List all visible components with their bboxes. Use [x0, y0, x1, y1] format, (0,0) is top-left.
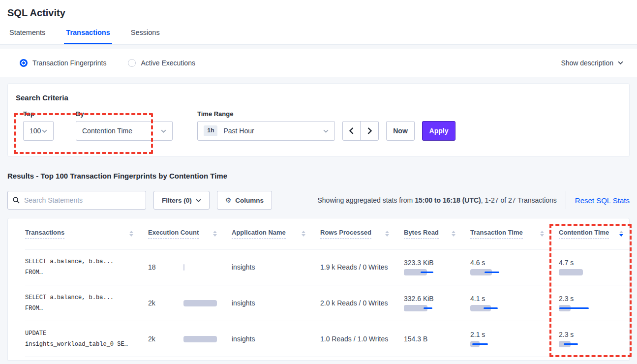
columns-label: Columns	[235, 197, 264, 204]
view-toggle-bar: Transaction Fingerprints Active Executio…	[0, 49, 637, 77]
time-range-value: Past Hour	[223, 127, 254, 135]
radio-transaction-fingerprints[interactable]: Transaction Fingerprints	[20, 59, 106, 67]
column-header-application-name[interactable]: Application Name	[232, 229, 320, 239]
transaction-time-cell: 4.1 s	[470, 295, 559, 311]
sort-icon	[213, 231, 217, 237]
radio-unselected-icon	[128, 59, 136, 67]
radio-selected-icon	[20, 59, 28, 67]
time-range-label: Time Range	[197, 110, 335, 118]
search-statements-input[interactable]	[24, 196, 141, 204]
contention-time-cell: 2.3 s	[559, 331, 629, 347]
rows-processed-cell: 2.0 k Reads / 0 Writes	[320, 299, 404, 307]
search-statements-box	[7, 191, 146, 210]
application-name-cell: insights	[232, 335, 320, 343]
chevron-down-icon	[323, 129, 329, 133]
execution-count-cell: 2k	[148, 299, 232, 307]
rows-processed-cell: 1.0 Reads / 1.0 Writes	[320, 335, 404, 343]
aggregated-stats-note: Showing aggregated stats from 15:00 to 1…	[317, 196, 556, 204]
bytes-read-cell: 332.6 KiB	[404, 295, 470, 311]
by-select[interactable]: Contention Time	[76, 121, 173, 141]
contention-time-cell: 4.7 s	[559, 259, 629, 275]
next-time-range-button[interactable]	[361, 121, 378, 140]
bytes-read-cell: 154.3 B	[404, 335, 470, 343]
tab-sessions[interactable]: Sessions	[129, 29, 162, 44]
filters-label: Filters (0)	[162, 197, 192, 204]
column-header-bytes-read[interactable]: Bytes Read	[404, 229, 470, 239]
apply-button[interactable]: Apply	[422, 121, 455, 141]
top-select-value: 100	[30, 127, 41, 135]
transaction-time-cell: 2.1 s	[470, 331, 559, 347]
table-row: SELECT a.balance, b.ba... FROM… 18 insig…	[25, 249, 629, 285]
show-description-label: Show description	[561, 59, 613, 67]
reset-sql-stats-link[interactable]: Reset SQL Stats	[575, 196, 630, 205]
previous-time-range-button[interactable]	[343, 121, 361, 140]
table-row: SELECT a.balance, b.ba... FROM… 2k insig…	[25, 285, 629, 321]
time-range-badge: 1h	[204, 125, 217, 136]
filters-button[interactable]: Filters (0)	[153, 191, 210, 210]
tab-transactions[interactable]: Transactions	[64, 29, 112, 44]
chevron-down-icon	[196, 199, 201, 202]
top-select[interactable]: 100	[23, 121, 54, 141]
results-heading: Results - Top 100 Transaction Fingerprin…	[7, 172, 630, 180]
show-description-toggle[interactable]: Show description	[561, 59, 623, 67]
column-header-transactions[interactable]: Transactions	[25, 229, 148, 239]
transaction-fingerprint-link[interactable]: SELECT a.balance, b.ba... FROM…	[25, 256, 148, 278]
chevron-down-icon	[42, 129, 47, 133]
radio-label: Transaction Fingerprints	[32, 59, 106, 67]
by-select-value: Contention Time	[82, 127, 132, 135]
radio-active-executions[interactable]: Active Executions	[128, 59, 195, 67]
sort-icon	[302, 231, 305, 237]
sort-icon	[129, 231, 133, 237]
divider	[566, 191, 566, 209]
sort-icon	[452, 231, 455, 237]
search-criteria-card: Search Criteria Top 100 By Contention Ti…	[7, 83, 630, 157]
time-range-select[interactable]: 1h Past Hour	[197, 121, 335, 141]
page-title: SQL Activity	[7, 7, 630, 19]
table-header-row: Transactions Execution Count Application…	[25, 218, 629, 249]
transactions-table: Transactions Execution Count Application…	[7, 218, 630, 361]
chevron-left-icon	[349, 127, 354, 134]
contention-time-cell: 2.3 s	[559, 295, 629, 311]
application-name-cell: insights	[232, 263, 320, 271]
chevron-right-icon	[367, 127, 372, 134]
column-header-execution-count[interactable]: Execution Count	[148, 229, 232, 239]
sort-icon	[540, 231, 544, 237]
column-header-transaction-time[interactable]: Transaction Time	[470, 229, 559, 239]
now-button[interactable]: Now	[386, 121, 415, 141]
application-name-cell: insights	[232, 299, 320, 307]
transaction-time-cell: 4.6 s	[470, 259, 559, 275]
tab-bar: Statements Transactions Sessions	[7, 29, 630, 44]
bytes-read-cell: 323.3 KiB	[404, 259, 470, 275]
by-label: By	[76, 110, 173, 118]
top-label: Top	[23, 110, 54, 118]
column-header-rows-processed[interactable]: Rows Processed	[320, 229, 404, 239]
columns-button[interactable]: ⚙ Columns	[217, 191, 272, 210]
table-row: UPDATE insights_workload_table_0 SE… 2k …	[25, 321, 629, 357]
tab-statements[interactable]: Statements	[7, 29, 47, 44]
results-toolbar: Filters (0) ⚙ Columns Showing aggregated…	[7, 191, 630, 210]
chevron-down-icon	[161, 129, 166, 133]
sort-icon	[385, 231, 389, 237]
chevron-down-icon	[618, 61, 623, 64]
search-criteria-heading: Search Criteria	[16, 93, 621, 102]
gear-icon: ⚙	[225, 196, 232, 204]
execution-count-cell: 2k	[148, 335, 232, 343]
search-icon	[13, 197, 20, 204]
column-header-contention-time[interactable]: Contention Time	[559, 229, 629, 239]
rows-processed-cell: 1.9 k Reads / 0 Writes	[320, 263, 404, 271]
execution-count-cell: 18	[148, 263, 232, 271]
radio-label: Active Executions	[141, 59, 195, 67]
sort-icon-active-desc	[619, 231, 623, 237]
page-header: SQL Activity Statements Transactions Ses…	[0, 0, 637, 45]
time-range-pager	[342, 121, 379, 141]
transaction-fingerprint-link[interactable]: SELECT a.balance, b.ba... FROM…	[25, 292, 148, 314]
transaction-fingerprint-link[interactable]: UPDATE insights_workload_table_0 SE…	[25, 328, 148, 350]
